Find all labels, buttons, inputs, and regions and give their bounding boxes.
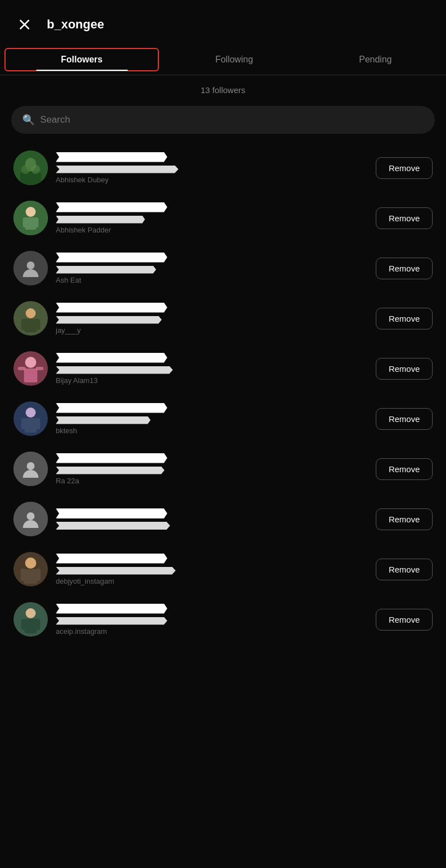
svg-point-29	[27, 512, 35, 520]
redacted-username	[56, 216, 145, 224]
remove-button[interactable]: Remove	[376, 207, 433, 229]
user-info: bktesh	[56, 403, 368, 435]
avatar	[13, 552, 48, 586]
search-container: 🔍	[0, 101, 446, 143]
redacted-name	[56, 152, 167, 162]
svg-point-24	[26, 408, 36, 418]
svg-rect-15	[25, 319, 37, 332]
svg-rect-21	[18, 367, 26, 370]
user-info: debjyoti_instagam	[56, 554, 368, 585]
redacted-username	[56, 166, 178, 173]
tab-following[interactable]: Following	[163, 47, 304, 72]
tab-pending[interactable]: Pending	[305, 47, 446, 72]
list-item: debjyoti_instagam Remove	[9, 544, 437, 594]
remove-button[interactable]: Remove	[376, 458, 433, 480]
avatar	[13, 251, 48, 285]
avatar	[13, 301, 48, 336]
redacted-username	[56, 522, 170, 530]
username-hint: Abhishek Padder	[56, 226, 368, 234]
username-hint: Bijay Alam13	[56, 376, 368, 385]
remove-button[interactable]: Remove	[376, 157, 433, 179]
svg-rect-20	[24, 368, 37, 382]
svg-point-19	[25, 357, 36, 368]
user-info: Abhishek Padder	[56, 202, 368, 234]
svg-rect-26	[21, 418, 26, 429]
redacted-name	[56, 453, 167, 463]
remove-button[interactable]: Remove	[376, 358, 433, 380]
redacted-username	[56, 266, 156, 274]
avatar	[13, 502, 48, 536]
svg-point-12	[27, 261, 35, 269]
search-input[interactable]	[40, 114, 424, 125]
user-info: Ra 22a	[56, 453, 368, 485]
list-item: bktesh Remove	[9, 394, 437, 444]
redacted-username	[56, 567, 176, 575]
list-item: Remove	[9, 494, 437, 544]
svg-rect-27	[36, 418, 40, 429]
remove-button[interactable]: Remove	[376, 308, 433, 329]
list-item: Ash Eat Remove	[9, 243, 437, 293]
svg-rect-39	[36, 619, 40, 630]
svg-rect-16	[21, 319, 26, 330]
avatar	[13, 201, 48, 235]
list-item: jay___y Remove	[9, 293, 437, 343]
avatar	[13, 151, 48, 185]
redacted-name	[56, 554, 167, 564]
remove-button[interactable]: Remove	[376, 609, 433, 631]
remove-button[interactable]: Remove	[376, 508, 433, 530]
list-item: Bijay Alam13 Remove	[9, 343, 437, 394]
svg-rect-11	[34, 217, 38, 227]
username-hint: debjyoti_instagam	[56, 577, 368, 585]
user-info	[56, 508, 368, 530]
follower-count: 13 followers	[0, 75, 446, 101]
list-item: Abhishek Dubey Remove	[9, 143, 437, 193]
avatar	[13, 351, 48, 386]
page-title: b_xongee	[47, 17, 104, 32]
svg-rect-33	[21, 569, 25, 581]
redacted-username	[56, 416, 151, 424]
redacted-username	[56, 366, 173, 374]
redacted-name	[56, 604, 167, 614]
header: b_xongee	[0, 0, 446, 45]
username-hint: jay___y	[56, 326, 368, 334]
list-item: Abhishek Padder Remove	[9, 193, 437, 243]
close-button[interactable]	[13, 13, 36, 36]
user-info: Abhishek Dubey	[56, 152, 368, 184]
followers-list: Abhishek Dubey Remove Abhishek Padder Re…	[0, 143, 446, 644]
redacted-username	[56, 617, 167, 625]
username-hint: Ash Eat	[56, 276, 368, 284]
svg-rect-17	[35, 319, 40, 330]
remove-button[interactable]: Remove	[376, 408, 433, 430]
username-hint: aceip.instagram	[56, 627, 368, 636]
svg-rect-34	[36, 569, 41, 581]
list-item: aceip.instagram Remove	[9, 594, 437, 644]
user-info: Bijay Alam13	[56, 353, 368, 385]
list-item: Ra 22a Remove	[9, 444, 437, 494]
svg-rect-10	[23, 217, 27, 227]
redacted-name	[56, 403, 167, 413]
user-info: aceip.instagram	[56, 604, 368, 636]
remove-button[interactable]: Remove	[376, 258, 433, 279]
user-info: jay___y	[56, 303, 368, 334]
svg-point-6	[31, 165, 40, 174]
svg-rect-22	[36, 367, 43, 370]
user-info: Ash Eat	[56, 253, 368, 284]
redacted-name	[56, 253, 167, 263]
redacted-name	[56, 508, 167, 518]
avatar	[13, 602, 48, 637]
redacted-username	[56, 316, 162, 324]
svg-point-36	[26, 608, 36, 618]
redacted-name	[56, 353, 167, 363]
svg-point-5	[21, 165, 30, 174]
svg-point-28	[27, 462, 35, 470]
username-hint: Abhishek Dubey	[56, 176, 368, 184]
redacted-name	[56, 202, 167, 212]
search-icon: 🔍	[22, 114, 35, 126]
username-hint: bktesh	[56, 426, 368, 435]
remove-button[interactable]: Remove	[376, 559, 433, 580]
svg-point-14	[26, 308, 36, 318]
svg-rect-38	[21, 619, 26, 630]
svg-point-31	[25, 557, 36, 569]
tab-followers[interactable]: Followers	[4, 48, 159, 71]
username-hint: Ra 22a	[56, 477, 368, 485]
